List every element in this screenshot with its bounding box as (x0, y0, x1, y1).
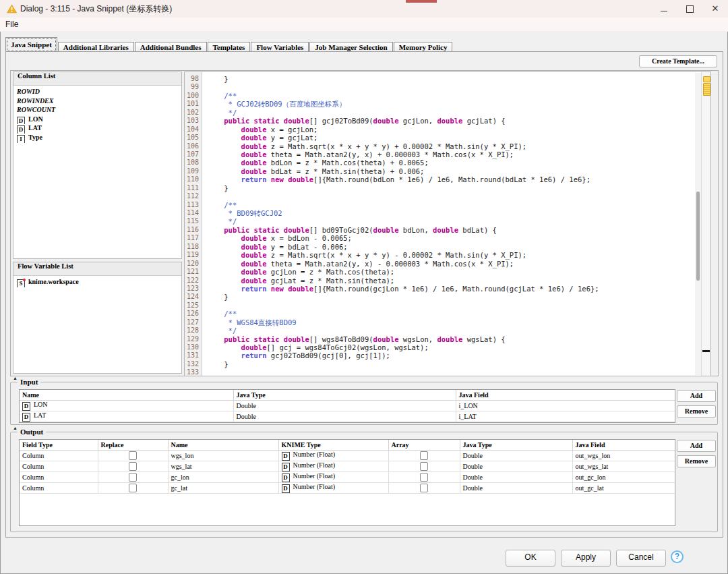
flow-variable-list-title: Flow Variable List (13, 262, 181, 276)
output-array-checkbox[interactable] (420, 462, 428, 471)
line-number: 105 (185, 134, 202, 142)
code-line: */ (207, 109, 694, 117)
output-col-header: KNIME Type (278, 440, 388, 451)
code-line: double z = Math.sqrt(x * x + y * y) - 0.… (207, 251, 694, 259)
output-java-type[interactable]: Double (460, 472, 572, 483)
output-java-field[interactable]: out_wgs_lon (572, 451, 675, 461)
line-number: 128 (185, 326, 202, 335)
output-java-type[interactable]: Double (460, 483, 572, 494)
flow-variable-list-panel: Flow Variable List Sknime.workspace (13, 262, 182, 374)
code-line: return gcj02ToBd09(gcj[0], gcj[1]); (207, 351, 694, 360)
output-array-checkbox[interactable] (420, 473, 428, 482)
input-name-text: LON (34, 401, 48, 408)
output-col-header: Java Field (572, 440, 675, 451)
output-replace-checkbox[interactable] (129, 451, 137, 460)
window-title: Dialog - 3:115 - Java Snippet (坐标系转换) (20, 0, 172, 18)
column-list-item[interactable]: ROWINDEX (13, 97, 181, 107)
output-knime-type[interactable]: DNumber (Float) (278, 472, 388, 483)
output-knime-type[interactable]: DNumber (Float) (278, 461, 388, 472)
output-name[interactable]: gc_lat (168, 483, 278, 494)
flow-variable-item[interactable]: Sknime.workspace (13, 278, 181, 287)
apply-button[interactable]: Apply (561, 550, 611, 567)
scrollbar-thumb[interactable] (696, 192, 700, 281)
tab-java-snippet[interactable]: Java Snippet (5, 37, 57, 53)
output-replace-checkbox[interactable] (129, 484, 137, 492)
output-header-row: Field TypeReplaceNameKNIME TypeArrayJava… (20, 440, 675, 451)
output-row: Columngc_lonDNumber (Float)Doubleout_gc_… (20, 472, 675, 483)
output-remove-button[interactable]: Remove (677, 455, 716, 467)
output-replace-checkbox[interactable] (129, 462, 137, 471)
column-list-item[interactable]: DLON (13, 115, 181, 125)
annotation-marker-icon[interactable] (703, 83, 710, 96)
input-add-button[interactable]: Add (677, 390, 716, 402)
column-list-item[interactable]: ROWID (13, 88, 181, 97)
output-java-type[interactable]: Double (460, 451, 572, 461)
output-field-type[interactable]: Column (20, 461, 98, 472)
input-col-header: Name (20, 390, 233, 401)
output-array-checkbox[interactable] (420, 451, 428, 460)
bookmark-marker-icon[interactable] (702, 350, 710, 352)
line-number: 126 (185, 310, 202, 318)
output-knime-type-text: Number (Float) (293, 483, 336, 490)
maximize-button[interactable] (677, 0, 702, 18)
output-java-field[interactable]: out_gc_lon (572, 472, 675, 483)
titlebar: Dialog - 3:115 - Java Snippet (坐标系转换) ✕ (0, 0, 728, 18)
type-d-icon: D (17, 125, 25, 134)
output-java-field[interactable]: out_gc_lat (572, 483, 675, 494)
output-knime-type[interactable]: DNumber (Float) (278, 483, 388, 494)
code-line: * GCJ02转BD09（百度地图坐标系） (207, 100, 694, 108)
menu-file[interactable]: File (0, 18, 24, 31)
column-list-item[interactable]: ROWCOUNT (13, 106, 181, 115)
code-line: public static double[] bd09ToGcj02(doubl… (207, 226, 694, 234)
line-number: 102 (185, 109, 202, 117)
code-editor[interactable]: 9899100101102103104105106107108109110111… (184, 71, 711, 376)
minimize-button[interactable] (651, 0, 677, 18)
output-knime-type[interactable]: DNumber (Float) (278, 451, 388, 461)
input-java-field[interactable]: i_LAT (456, 411, 675, 422)
input-java-field[interactable]: i_LON (456, 401, 675, 411)
output-name[interactable]: wgs_lat (168, 461, 278, 472)
output-array-checkbox[interactable] (420, 484, 428, 492)
output-col-header: Array (388, 440, 460, 451)
output-knime-type-text: Number (Float) (293, 451, 336, 458)
line-number: 100 (185, 92, 202, 100)
annotation-marker-icon[interactable] (703, 76, 710, 82)
output-java-field[interactable]: out_wgs_lat (572, 461, 675, 472)
column-list-item[interactable]: DLAT (13, 124, 181, 134)
input-name[interactable]: DLAT (20, 411, 233, 422)
code-line: double gcjLon = z * Math.cos(theta); (207, 268, 694, 276)
cancel-button[interactable]: Cancel (616, 550, 666, 567)
line-number: 106 (185, 142, 202, 150)
line-number: 132 (185, 360, 202, 368)
flow-variable-icon: S (17, 279, 25, 287)
output-field-type[interactable]: Column (20, 451, 98, 461)
line-number: 116 (185, 226, 202, 234)
input-name[interactable]: DLON (20, 401, 233, 411)
code-area[interactable]: } /** * GCJ02转BD09（百度地图坐标系） */ public st… (203, 72, 694, 376)
column-list-item[interactable]: IType (13, 134, 181, 143)
line-number: 107 (185, 150, 202, 159)
warning-icon (7, 4, 17, 13)
input-row: DLONDoublei_LON (20, 401, 675, 411)
output-array-cell (388, 472, 460, 483)
output-java-type[interactable]: Double (460, 461, 572, 472)
ok-button[interactable]: OK (506, 550, 555, 567)
help-icon[interactable]: ? (671, 550, 684, 563)
output-name[interactable]: wgs_lon (168, 451, 278, 461)
column-name: Type (28, 134, 42, 141)
input-remove-button[interactable]: Remove (677, 405, 716, 418)
line-number: 133 (185, 368, 202, 376)
close-button[interactable]: ✕ (702, 0, 728, 18)
create-template-button[interactable]: Create Template... (639, 55, 717, 67)
output-add-button[interactable]: Add (677, 440, 716, 452)
input-java-type[interactable]: Double (233, 411, 456, 422)
output-field-type[interactable]: Column (20, 472, 98, 483)
column-list: ROWIDROWINDEXROWCOUNTDLONDLATIType (13, 86, 181, 143)
editor-error-strip (701, 72, 710, 376)
output-name[interactable]: gc_lon (168, 472, 278, 483)
line-number: 114 (185, 209, 202, 217)
output-field-type[interactable]: Column (20, 483, 98, 494)
output-replace-checkbox[interactable] (129, 473, 137, 482)
line-number: 109 (185, 167, 202, 175)
input-java-type[interactable]: Double (233, 401, 456, 411)
